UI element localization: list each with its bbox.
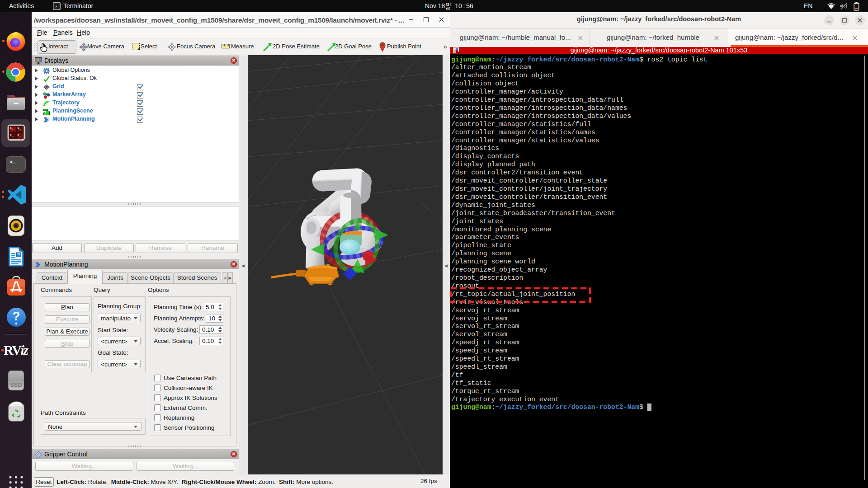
svg-text:?: ? xyxy=(13,310,20,323)
svg-text:SSD: SSD xyxy=(10,381,22,388)
svg-text:RViz: RViz xyxy=(4,343,28,357)
svg-text:>_: >_ xyxy=(55,5,59,9)
svg-text:>_: >_ xyxy=(10,127,14,130)
svg-text:>_: >_ xyxy=(10,134,14,137)
svg-text:>_: >_ xyxy=(9,160,16,165)
svg-text:>_: >_ xyxy=(18,134,21,137)
svg-text:>_: >_ xyxy=(18,127,21,130)
